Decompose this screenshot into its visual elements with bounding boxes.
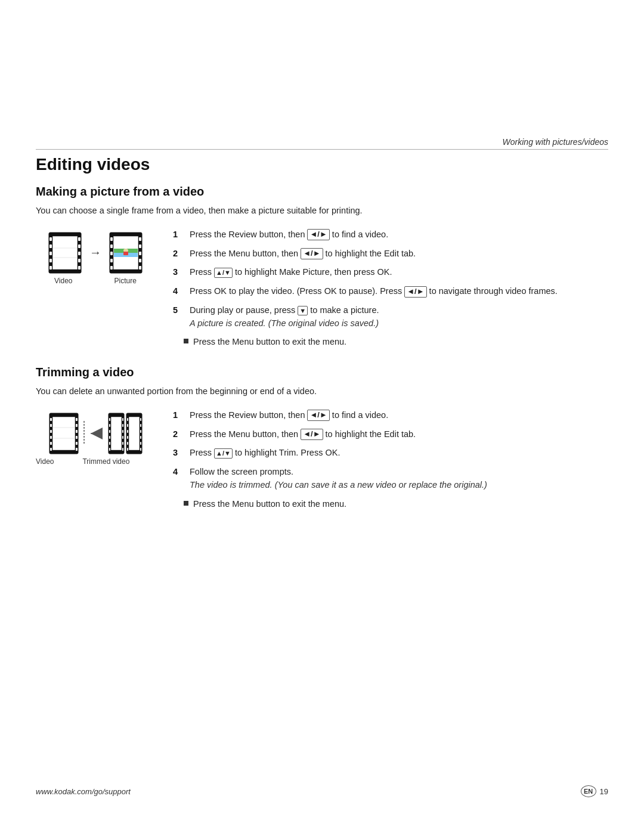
subsection2-image-row (48, 412, 143, 455)
subsection2-image-labels: Video Trimmed video (36, 455, 155, 466)
image-label-video: Video (54, 277, 72, 285)
svg-rect-65 (127, 418, 128, 421)
svg-rect-23 (139, 252, 141, 255)
svg-rect-33 (50, 424, 52, 427)
svg-rect-68 (127, 436, 128, 439)
down-icon: ▼ (298, 306, 308, 315)
subsection1-image-row: → (48, 231, 143, 274)
svg-rect-57 (122, 418, 123, 421)
nav-icon: ◄/► (301, 248, 323, 259)
svg-rect-60 (122, 436, 123, 439)
section-title: Editing videos (36, 155, 608, 174)
trimmed-filmstrip-2-icon (126, 412, 143, 455)
step-text: Press the Review button, then ◄/► to fin… (190, 228, 608, 241)
svg-rect-25 (139, 266, 141, 270)
subsection2-intro: You can delete an unwanted portion from … (36, 385, 608, 398)
en-badge: EN (581, 785, 596, 797)
step-item: 5 During play or pause, press ▼ to make … (173, 304, 608, 330)
step-num: 2 (173, 247, 184, 261)
svg-rect-7 (78, 237, 80, 241)
svg-rect-54 (109, 436, 110, 439)
step-item: 1 Press the Review button, then ◄/► to f… (173, 409, 608, 422)
main-content: Editing videos Making a picture from a v… (36, 155, 608, 520)
video-filmstrip-icon (48, 231, 82, 274)
svg-rect-72 (140, 424, 141, 427)
step-item: 2 Press the Menu button, then ◄/► to hig… (173, 247, 608, 261)
step-num: 3 (173, 266, 184, 279)
step-text: Press the Menu button, then ◄/► to highl… (190, 247, 608, 261)
nav-icon: ◄/► (307, 229, 329, 240)
step-num: 2 (173, 428, 184, 441)
step-text: Follow the screen prompts. The video is … (190, 466, 608, 492)
subsection-making-picture: Making a picture from a video You can ch… (36, 185, 608, 352)
step-item: 2 Press the Menu button, then ◄/► to hig… (173, 428, 608, 441)
svg-rect-51 (109, 418, 110, 421)
svg-rect-73 (140, 430, 141, 433)
svg-rect-74 (140, 436, 141, 439)
svg-rect-24 (139, 259, 141, 262)
subsection2-two-col: Video Trimmed video 1 Press the Review b… (36, 409, 608, 515)
svg-rect-69 (127, 442, 128, 445)
svg-rect-22 (139, 244, 141, 248)
subsection2-image-col: Video Trimmed video (36, 409, 155, 515)
svg-rect-35 (50, 436, 52, 439)
subsection1-steps-col: 1 Press the Review button, then ◄/► to f… (173, 228, 608, 352)
trim-video-filmstrip-icon (48, 412, 79, 455)
bullet-text: Press the Menu button to exit the menu. (193, 498, 346, 511)
svg-rect-32 (50, 418, 52, 421)
svg-rect-4 (49, 252, 52, 255)
footer: www.kodak.com/go/support EN 19 (36, 785, 608, 797)
svg-rect-61 (122, 442, 123, 445)
subsection1-steps-list: 1 Press the Review button, then ◄/► to f… (173, 228, 608, 330)
svg-rect-58 (122, 424, 123, 427)
step-italic: A picture is created. (The original vide… (190, 318, 379, 328)
svg-rect-52 (109, 424, 110, 427)
subsection2-steps-list: 1 Press the Review button, then ◄/► to f… (173, 409, 608, 492)
subsection-trimming: Trimming a video You can delete an unwan… (36, 366, 608, 514)
step-num: 1 (173, 228, 184, 241)
svg-rect-37 (50, 448, 52, 451)
svg-rect-16 (110, 237, 113, 241)
svg-rect-6 (49, 266, 52, 270)
bullet-item: Press the Menu button to exit the menu. (184, 498, 608, 511)
step-num: 5 (173, 304, 184, 330)
subsection2-steps-col: 1 Press the Review button, then ◄/► to f… (173, 409, 608, 515)
step-num: 1 (173, 409, 184, 422)
step-item: 4 Press OK to play the video. (Press OK … (173, 285, 608, 298)
svg-rect-41 (76, 436, 78, 439)
subsection1-image-labels: Video Picture (36, 274, 155, 285)
svg-rect-19 (110, 259, 113, 262)
svg-rect-53 (109, 430, 110, 433)
svg-rect-21 (139, 237, 141, 241)
svg-rect-31 (52, 417, 75, 450)
svg-rect-62 (122, 448, 123, 451)
picture-filmstrip-icon (109, 231, 143, 274)
svg-rect-43 (76, 448, 78, 451)
svg-rect-70 (127, 448, 128, 451)
svg-rect-39 (76, 424, 78, 427)
svg-rect-17 (110, 244, 113, 248)
svg-rect-2 (49, 237, 52, 241)
step-text: Press the Menu button, then ◄/► to highl… (190, 428, 608, 441)
header-rule (36, 149, 608, 150)
nav-icon: ◄/► (307, 410, 329, 421)
svg-rect-42 (76, 442, 78, 445)
svg-rect-56 (109, 448, 110, 451)
subsection2-title: Trimming a video (36, 366, 608, 379)
trimmed-filmstrip-1-icon (108, 412, 125, 455)
bullet-text: Press the Menu button to exit the menu. (193, 336, 346, 349)
svg-rect-55 (109, 442, 110, 445)
svg-rect-64 (129, 417, 140, 450)
svg-rect-67 (127, 430, 128, 433)
updown-icon: ▲/▼ (214, 448, 233, 458)
svg-rect-9 (78, 252, 80, 255)
step-num: 4 (173, 466, 184, 492)
footer-url: www.kodak.com/go/support (36, 787, 131, 796)
subsection1-two-col: → (36, 228, 608, 352)
footer-page: EN 19 (581, 785, 608, 797)
arrow-icon: → (89, 246, 101, 259)
subsection1-title: Making a picture from a video (36, 185, 608, 199)
image-label-trimmed: Trimmed video (82, 457, 129, 466)
step-text: Press OK to play the video. (Press OK to… (190, 285, 608, 298)
svg-rect-40 (76, 430, 78, 433)
